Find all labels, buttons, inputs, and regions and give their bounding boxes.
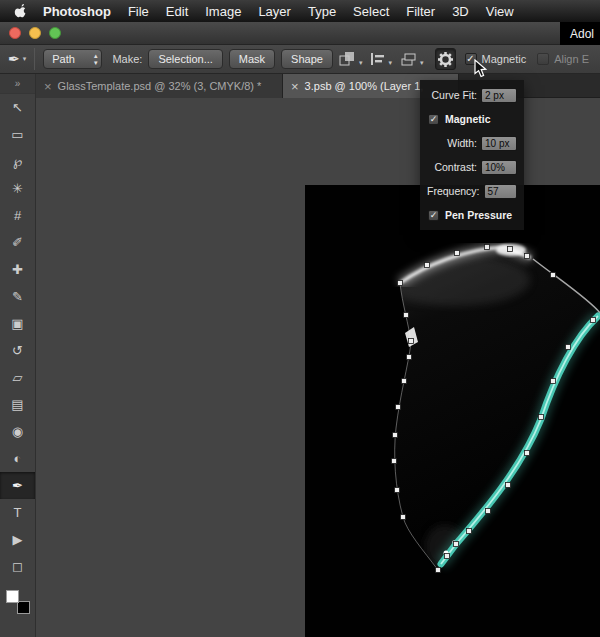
type-tool-button[interactable]: T [0, 499, 35, 526]
tab-glasstemplate[interactable]: × GlassTemplate.psd @ 32% (3, CMYK/8) * [36, 74, 283, 98]
lasso-tool-button[interactable]: ℘ [0, 148, 35, 175]
chevron-down-icon: ▾ [388, 59, 392, 67]
contrast-input[interactable]: 10% [481, 160, 517, 175]
curve-fit-row: Curve Fit: 2 px [420, 83, 524, 107]
make-label: Make: [112, 53, 142, 65]
eraser-tool-button[interactable]: ▱ [0, 364, 35, 391]
eyedropper-tool-icon: ✐ [12, 236, 23, 249]
close-tab-icon[interactable]: × [291, 80, 299, 93]
pen-tool-button[interactable]: ✒ [0, 472, 35, 499]
chevron-down-icon: ▾ [23, 55, 27, 63]
close-tab-icon[interactable]: × [44, 80, 52, 93]
magnetic-label: Magnetic [482, 53, 527, 65]
path-mode-select[interactable]: Path ▴▾ [43, 49, 102, 69]
history-brush-tool-button[interactable]: ↺ [0, 337, 35, 364]
curve-fit-input[interactable]: 2 px [481, 88, 517, 103]
healing-brush-tool-icon: ✚ [12, 263, 23, 276]
healing-brush-tool-button[interactable]: ✚ [0, 256, 35, 283]
path-arrangement-button[interactable]: ▾ [400, 51, 424, 67]
move-tool-icon: ↖ [12, 101, 23, 114]
menu-view[interactable]: View [486, 4, 514, 19]
clone-stamp-tool-icon: ▣ [11, 317, 23, 330]
path-alignment-button[interactable]: ▾ [370, 51, 392, 67]
minimize-window-button[interactable] [29, 27, 41, 39]
apple-menu-icon[interactable] [14, 4, 27, 19]
align-edges-checkbox[interactable] [537, 53, 549, 65]
quick-selection-tool-icon: ✳ [12, 182, 23, 195]
crop-tool-button[interactable]: # [0, 202, 35, 229]
path-operations-icon [339, 51, 356, 67]
brush-tool-button[interactable]: ✎ [0, 283, 35, 310]
move-tool-button[interactable]: ↖ [0, 94, 35, 121]
history-brush-tool-icon: ↺ [12, 344, 23, 357]
pen-options-popover: Curve Fit: 2 px ✓ Magnetic Width: 10 px … [420, 80, 524, 230]
title-bar: Adol [0, 22, 600, 45]
menu-3d[interactable]: 3D [452, 4, 469, 19]
frequency-row: Frequency: 57 [420, 179, 524, 203]
magnetic-popover-label: Magnetic [445, 113, 491, 125]
frequency-input[interactable]: 57 [484, 184, 517, 199]
width-input[interactable]: 10 px [481, 136, 517, 151]
chevron-down-icon: ▾ [359, 59, 363, 67]
glass-shard-artwork [305, 185, 600, 637]
make-shape-button[interactable]: Shape [281, 49, 333, 69]
chevron-down-icon: ▾ [420, 59, 424, 67]
path-alignment-icon [370, 51, 385, 67]
path-arrangement-icon [400, 51, 417, 67]
curve-fit-label: Curve Fit: [431, 89, 477, 101]
pen-pressure-checkbox[interactable]: ✓ [428, 210, 439, 221]
align-edges-checkbox-row[interactable]: Align E [537, 53, 589, 65]
zoom-window-button[interactable] [49, 27, 61, 39]
menu-filter[interactable]: Filter [406, 4, 435, 19]
dodge-tool-button[interactable]: ◐ [0, 445, 35, 472]
pen-pressure-row: ✓ Pen Pressure [420, 203, 524, 227]
tab-title: 3.psb @ 100% (Layer 1, [305, 80, 424, 92]
clone-stamp-tool-button[interactable]: ▣ [0, 310, 35, 337]
menu-type[interactable]: Type [308, 4, 336, 19]
magnetic-popover-checkbox[interactable]: ✓ [428, 114, 439, 125]
canvas-image[interactable] [305, 185, 600, 637]
pen-tool-icon: ✒ [8, 52, 20, 66]
options-bar: ✒ ▾ Path ▴▾ Make: Selection... Mask Shap… [0, 45, 600, 74]
path-selection-tool-icon: ▶ [13, 533, 23, 546]
path-operations-button[interactable]: ▾ [339, 51, 363, 67]
frequency-label: Frequency: [427, 185, 480, 197]
menu-photoshop[interactable]: Photoshop [43, 4, 111, 19]
rectangular-marquee-tool-button[interactable]: ▭ [0, 121, 35, 148]
tools-panel: » ↖ ▭ ℘ ✳ # ✐ ✚ ✎ ▣ ↺ ▱ ▤ ◉ ◐ ✒ T ▶ ◻ [0, 74, 36, 637]
make-selection-button[interactable]: Selection... [148, 49, 222, 69]
dodge-tool-icon: ◐ [14, 452, 22, 465]
path-mode-value: Path [52, 53, 75, 65]
tool-preset-picker[interactable]: ✒ ▾ [8, 52, 26, 66]
check-icon: ✓ [430, 211, 438, 220]
menu-file[interactable]: File [128, 4, 149, 19]
lasso-tool-icon: ℘ [13, 155, 22, 168]
menu-image[interactable]: Image [205, 4, 241, 19]
brush-tool-icon: ✎ [12, 290, 23, 303]
gradient-tool-icon: ▤ [11, 398, 23, 411]
shape-tool-button[interactable]: ◻ [0, 553, 35, 580]
color-swatches[interactable] [6, 590, 30, 614]
check-icon: ✓ [430, 115, 438, 124]
path-selection-tool-button[interactable]: ▶ [0, 526, 35, 553]
foreground-color-swatch[interactable] [6, 590, 19, 603]
divider [34, 48, 35, 70]
menu-edit[interactable]: Edit [166, 4, 188, 19]
align-edges-label: Align E [554, 53, 589, 65]
eyedropper-tool-button[interactable]: ✐ [0, 229, 35, 256]
menu-bar: Photoshop File Edit Image Layer Type Sel… [0, 0, 600, 22]
gradient-tool-button[interactable]: ▤ [0, 391, 35, 418]
collapse-toolbar-button[interactable]: » [0, 74, 35, 94]
blur-tool-button[interactable]: ◉ [0, 418, 35, 445]
menu-layer[interactable]: Layer [258, 4, 291, 19]
contrast-label: Contrast: [434, 161, 477, 173]
make-mask-button[interactable]: Mask [229, 49, 275, 69]
marquee-tool-icon: ▭ [11, 128, 23, 141]
width-row: Width: 10 px [420, 131, 524, 155]
close-window-button[interactable] [9, 27, 21, 39]
quick-selection-tool-button[interactable]: ✳ [0, 175, 35, 202]
pen-options-gear-button[interactable] [435, 48, 455, 70]
eraser-tool-icon: ▱ [13, 371, 23, 384]
menu-select[interactable]: Select [353, 4, 389, 19]
gear-icon [438, 52, 453, 67]
